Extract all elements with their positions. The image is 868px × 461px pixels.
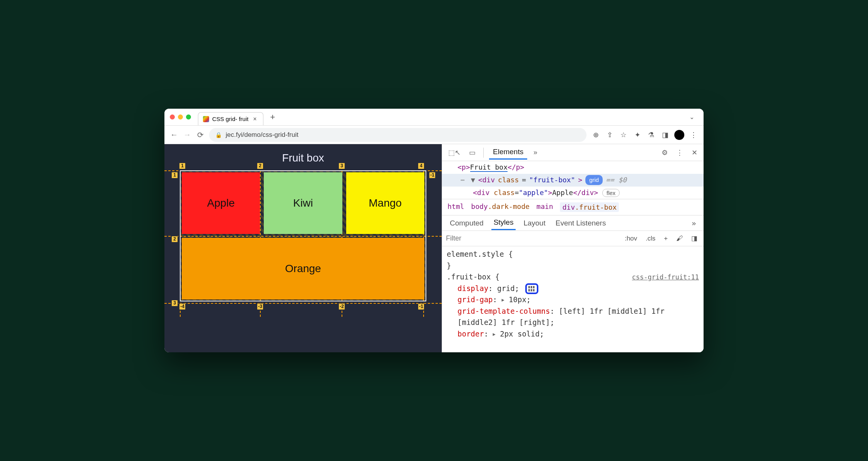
rule-close: }	[447, 260, 699, 271]
tab-elements[interactable]: Elements	[489, 145, 527, 160]
rule-header: .fruit-box { css-grid-fruit:11	[447, 271, 699, 283]
more-tabs-icon[interactable]: »	[531, 147, 540, 158]
crumb-html[interactable]: html	[447, 202, 464, 212]
grid-col-label: 1	[179, 163, 186, 169]
svg-rect-3	[528, 289, 530, 291]
close-window-button[interactable]	[170, 114, 175, 119]
grid-cell-mango: Mango	[346, 172, 424, 234]
crumb-selected[interactable]: div.fruit-box	[560, 202, 619, 212]
share-icon[interactable]: ⇪	[605, 131, 614, 139]
svg-rect-1	[531, 286, 532, 288]
grid-row-label: 3	[171, 300, 178, 306]
content-area: Fruit box 1 2 3 4 1 2 3 -1 -4 -3 -2 -1	[164, 144, 704, 352]
close-devtools-icon[interactable]: ✕	[689, 147, 700, 158]
grid-col-neg-label: -4	[179, 303, 186, 310]
rule-element-style[interactable]: element.style {	[447, 249, 699, 260]
crumb-body[interactable]: body.dark-mode	[471, 202, 530, 212]
paint-icon[interactable]: 🖌	[674, 234, 685, 243]
grid-cell-apple: Apple	[182, 172, 260, 234]
minimize-window-button[interactable]	[178, 114, 183, 119]
grid-overlay-wrap: 1 2 3 4 1 2 3 -1 -4 -3 -2 -1	[180, 170, 426, 301]
dom-node-selected[interactable]: ⋯ ▼ <div class="fruit-box"> grid == $0	[442, 174, 704, 187]
inspect-icon[interactable]: ⬚↖	[446, 147, 463, 158]
address-bar[interactable]: 🔒 jec.fyi/demo/css-grid-fruit	[209, 128, 586, 142]
subtab-styles[interactable]: Styles	[491, 216, 516, 230]
grid-col-neg-label: -3	[257, 303, 263, 310]
dom-node[interactable]: <div class="apple">Apple</div> flex	[442, 187, 704, 199]
device-toggle-icon[interactable]: ▭	[467, 147, 478, 158]
grid-editor-icon[interactable]	[525, 283, 538, 294]
svg-rect-4	[531, 289, 532, 291]
url-text: jec.fyi/demo/css-grid-fruit	[226, 131, 298, 139]
grid-col-neg-label: -2	[338, 303, 345, 310]
fruit-box-grid: Apple Kiwi Mango Orange	[180, 170, 426, 301]
extensions-icon[interactable]: ✦	[633, 131, 642, 139]
browser-window: CSS grid- fruit × + ⌄ ← → ⟳ 🔒 jec.fyi/de…	[164, 109, 704, 352]
rule-selector[interactable]: .fruit-box {	[447, 271, 499, 283]
profile-avatar[interactable]	[674, 130, 684, 140]
svg-rect-0	[528, 286, 530, 288]
maximize-window-button[interactable]	[186, 114, 191, 119]
page-title: Fruit box	[180, 152, 426, 164]
menu-icon[interactable]: ⋮	[689, 131, 698, 139]
browser-tab[interactable]: CSS grid- fruit ×	[198, 112, 263, 125]
page-viewport: Fruit box 1 2 3 4 1 2 3 -1 -4 -3 -2 -1	[164, 144, 442, 352]
grid-badge[interactable]: grid	[585, 175, 603, 185]
zoom-icon[interactable]: ⊕	[591, 131, 600, 139]
dom-node[interactable]: <p>Fruit box</p>	[442, 161, 704, 174]
grid-guideline	[164, 303, 442, 304]
dom-dollar-zero: == $0	[606, 175, 627, 186]
breadcrumb[interactable]: html body.dark-mode main div.fruit-box	[442, 199, 704, 215]
crumb-main[interactable]: main	[536, 202, 553, 212]
styles-filter-input[interactable]	[446, 234, 618, 242]
favicon-icon	[203, 116, 209, 122]
computed-toggle-icon[interactable]: ◨	[689, 234, 700, 243]
grid-col-label: 4	[418, 163, 424, 169]
kebab-menu-icon[interactable]: ⋮	[674, 147, 685, 158]
css-declaration[interactable]: display: grid;	[447, 283, 699, 294]
bookmark-icon[interactable]: ☆	[619, 131, 628, 139]
styles-subtabs: Computed Styles Layout Event Listeners »	[442, 215, 704, 231]
css-declaration[interactable]: grid-gap: ▶ 10px;	[447, 294, 699, 305]
reload-button[interactable]: ⟳	[196, 130, 204, 140]
new-style-rule-icon[interactable]: +	[662, 234, 670, 243]
window-controls	[170, 114, 191, 119]
toolbar: ← → ⟳ 🔒 jec.fyi/demo/css-grid-fruit ⊕ ⇪ …	[164, 126, 704, 144]
svg-rect-5	[533, 289, 535, 291]
subtab-computed[interactable]: Computed	[447, 217, 486, 230]
grid-col-neg-label: -1	[418, 303, 424, 310]
styles-filter-row: :hov .cls + 🖌 ◨	[442, 231, 704, 246]
close-tab-icon[interactable]: ×	[251, 116, 258, 123]
devtools-top-tabs: ⬚↖ ▭ Elements » ⚙ ⋮ ✕	[442, 144, 704, 161]
rule-source-link[interactable]: css-grid-fruit:11	[632, 272, 699, 282]
lock-icon: 🔒	[215, 132, 222, 138]
flex-badge[interactable]: flex	[602, 189, 620, 197]
dom-tree[interactable]: <p>Fruit box</p> ⋯ ▼ <div class="fruit-b…	[442, 161, 704, 199]
subtab-layout[interactable]: Layout	[521, 217, 548, 230]
styles-pane[interactable]: element.style { } .fruit-box { css-grid-…	[442, 246, 704, 344]
sidepanel-icon[interactable]: ◨	[660, 131, 670, 139]
svg-rect-2	[533, 286, 535, 288]
more-subtabs-icon[interactable]: »	[689, 217, 698, 230]
grid-col-label: 2	[257, 163, 263, 169]
new-tab-button[interactable]: +	[266, 112, 279, 122]
tab-title: CSS grid- fruit	[212, 116, 248, 122]
css-declaration[interactable]: border: ▶ 2px solid;	[447, 328, 699, 340]
grid-cell-orange: Orange	[182, 238, 424, 299]
subtab-event-listeners[interactable]: Event Listeners	[553, 217, 608, 230]
dom-ellipsis-icon[interactable]: ⋯	[457, 175, 468, 186]
settings-icon[interactable]: ⚙	[659, 147, 670, 158]
grid-row-neg-label: -1	[429, 172, 436, 178]
back-button[interactable]: ←	[170, 130, 178, 139]
css-declaration[interactable]: grid-template-columns: [left] 1fr [middl…	[447, 306, 699, 328]
forward-button[interactable]: →	[183, 130, 191, 139]
grid-row-label: 2	[171, 236, 178, 242]
cls-toggle[interactable]: .cls	[643, 234, 658, 243]
grid-cell-kiwi: Kiwi	[264, 172, 342, 234]
hov-toggle[interactable]: :hov	[622, 234, 639, 243]
labs-icon[interactable]: ⚗	[647, 131, 656, 139]
grid-row-label: 1	[171, 172, 178, 178]
titlebar: CSS grid- fruit × + ⌄	[164, 109, 704, 126]
grid-col-label: 3	[338, 163, 345, 169]
tabs-overflow-icon[interactable]: ⌄	[685, 113, 698, 121]
